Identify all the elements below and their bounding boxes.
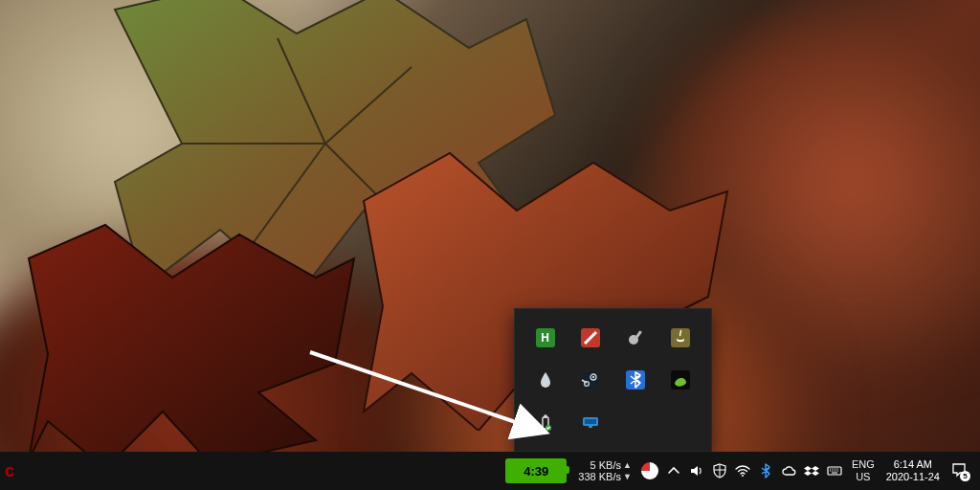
- tray-app-steam[interactable]: [569, 361, 611, 399]
- dropbox-tray[interactable]: [800, 452, 823, 490]
- arrow-up-icon: ▲: [623, 459, 632, 471]
- tray-empty-slot: [660, 403, 702, 441]
- cloud-sync[interactable]: [777, 452, 800, 490]
- cloud-icon: [781, 463, 796, 479]
- tray-app-nvidia[interactable]: [660, 361, 702, 399]
- clock-date: 2020-11-24: [886, 471, 940, 483]
- wifi-icon: [735, 463, 750, 479]
- svg-point-4: [582, 371, 599, 389]
- input-language[interactable]: ENG US: [846, 452, 880, 490]
- lang-code: ENG: [852, 458, 875, 471]
- network-speed-meter[interactable]: 5 KB/s▲ 338 KB/s▼: [572, 452, 637, 490]
- system-clock[interactable]: 6:14 AM 2020-11-24: [880, 452, 946, 490]
- action-center[interactable]: 5: [946, 452, 974, 490]
- chevron-up-icon: [666, 463, 681, 479]
- volume-control[interactable]: [685, 452, 708, 490]
- svg-point-6: [592, 376, 594, 378]
- touch-keyboard[interactable]: [823, 452, 846, 490]
- tray-app-droplet[interactable]: [524, 361, 566, 399]
- tray-app-blocker[interactable]: [569, 319, 611, 357]
- battery-indicator[interactable]: 4:39: [500, 452, 572, 490]
- tray-display-settings[interactable]: [569, 403, 611, 441]
- bluetooth-status[interactable]: [754, 452, 777, 490]
- tray-app-satellite[interactable]: [615, 319, 657, 357]
- taskbar: c 4:39 5 KB/s▲ 338 KB/s▼ ENG US: [0, 452, 980, 490]
- svg-rect-13: [585, 419, 596, 424]
- desktop-wallpaper: [0, 0, 980, 490]
- net-up-value: 5 KB/s: [590, 459, 621, 471]
- net-down-value: 338 KB/s: [578, 471, 621, 482]
- speaker-icon: [689, 463, 704, 479]
- svg-rect-14: [589, 426, 592, 428]
- tray-overflow-chevron[interactable]: [662, 452, 685, 490]
- wifi-status[interactable]: [731, 452, 754, 490]
- shield-icon: [712, 463, 727, 479]
- tray-app-autohotkey[interactable]: H: [524, 319, 566, 357]
- tray-safely-remove-hardware[interactable]: [524, 403, 566, 441]
- svg-point-16: [742, 475, 744, 477]
- dropbox-icon: [804, 463, 819, 479]
- tray-app-java[interactable]: [660, 319, 702, 357]
- security-center[interactable]: [708, 452, 731, 490]
- svg-rect-3: [635, 330, 642, 338]
- notification-count-badge: 5: [960, 471, 970, 481]
- taskbar-left-accent[interactable]: c: [0, 452, 19, 490]
- arrow-down-icon: ▼: [623, 471, 632, 482]
- svg-rect-10: [544, 415, 546, 418]
- disk-usage-pie[interactable]: [637, 452, 662, 490]
- tray-app-bluetooth[interactable]: [615, 361, 657, 399]
- bluetooth-icon: [758, 463, 773, 479]
- lang-region: US: [856, 471, 870, 483]
- clock-time: 6:14 AM: [894, 458, 932, 471]
- tray-empty-slot: [615, 403, 657, 441]
- tray-overflow-popup: H: [514, 308, 712, 452]
- keyboard-icon: [827, 463, 842, 479]
